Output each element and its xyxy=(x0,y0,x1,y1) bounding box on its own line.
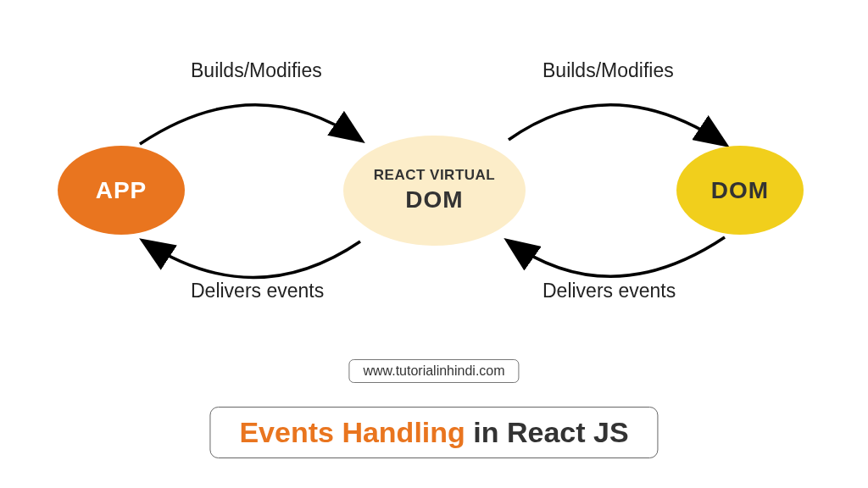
title-box: Events Handling in React JS xyxy=(209,407,658,458)
node-vdom-label-line1: REACT VIRTUAL xyxy=(374,166,495,185)
node-vdom-label-line2: DOM xyxy=(405,185,463,215)
node-app-label: APP xyxy=(96,177,147,204)
title-part-1: Events Handling xyxy=(239,416,465,448)
arrow-vdom-to-dom xyxy=(509,105,725,144)
node-app: APP xyxy=(58,146,185,235)
url-badge: www.tutorialinhindi.com xyxy=(348,359,519,383)
label-builds-modifies-1: Builds/Modifies xyxy=(191,59,322,82)
node-dom-label: DOM xyxy=(711,177,769,204)
arrow-app-to-vdom xyxy=(140,105,360,144)
label-delivers-events-1: Delivers events xyxy=(191,280,324,302)
title-part-2: in React JS xyxy=(465,416,629,448)
label-delivers-events-2: Delivers events xyxy=(542,280,676,302)
diagram-container: APP REACT VIRTUAL DOM DOM Builds/Modifie… xyxy=(0,0,868,488)
node-dom: DOM xyxy=(676,146,804,235)
label-builds-modifies-2: Builds/Modifies xyxy=(542,59,674,82)
node-virtual-dom: REACT VIRTUAL DOM xyxy=(343,136,526,246)
arrow-dom-to-vdom xyxy=(509,237,725,276)
url-text: www.tutorialinhindi.com xyxy=(363,363,504,378)
arrow-vdom-to-app xyxy=(144,241,360,278)
